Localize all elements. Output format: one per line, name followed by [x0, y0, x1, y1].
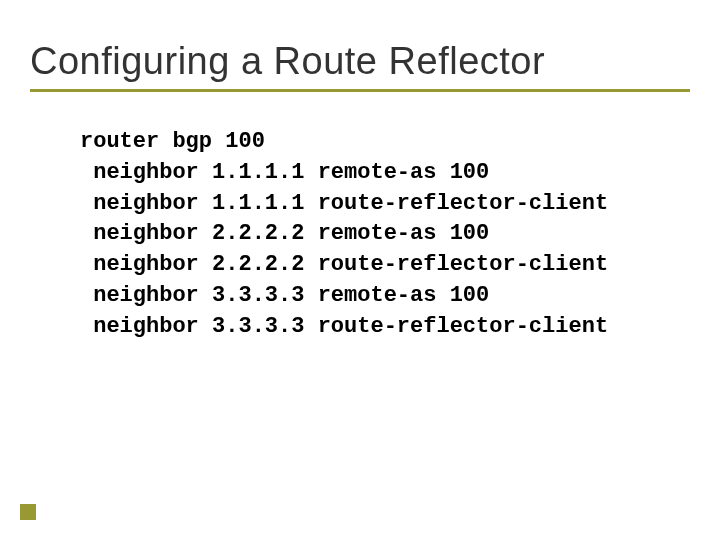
slide-content: Configuring a Route Reflector router bgp…	[0, 0, 720, 540]
code-line-1: router bgp 100	[80, 127, 690, 158]
decoration-square	[20, 504, 36, 520]
code-line-3: neighbor 1.1.1.1 route-reflector-client	[80, 189, 690, 220]
code-line-2: neighbor 1.1.1.1 remote-as 100	[80, 158, 690, 189]
code-line-7: neighbor 3.3.3.3 route-reflector-client	[80, 312, 690, 343]
slide-title: Configuring a Route Reflector	[30, 40, 690, 83]
title-container: Configuring a Route Reflector	[30, 40, 690, 92]
code-block: router bgp 100 neighbor 1.1.1.1 remote-a…	[30, 127, 690, 343]
code-line-5: neighbor 2.2.2.2 route-reflector-client	[80, 250, 690, 281]
title-underline	[30, 89, 690, 92]
code-line-4: neighbor 2.2.2.2 remote-as 100	[80, 219, 690, 250]
code-line-6: neighbor 3.3.3.3 remote-as 100	[80, 281, 690, 312]
